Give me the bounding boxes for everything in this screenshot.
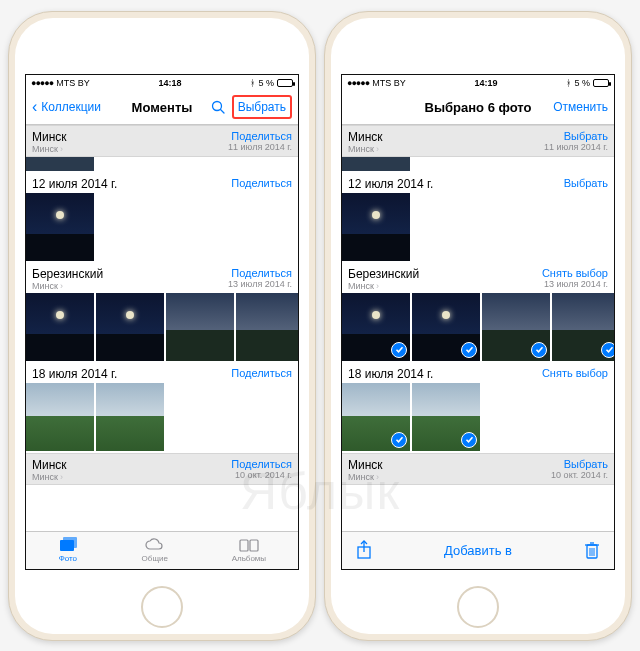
- thumb-row: [26, 293, 298, 363]
- photo-thumb[interactable]: [342, 157, 410, 171]
- section-title: 12 июля 2014 г.: [348, 177, 433, 191]
- section-subtitle: Минск: [348, 281, 374, 291]
- iphone-right: ●●●●● MTS BY 14:19 ᚼ 5 % Выбрано 6 фото …: [324, 11, 632, 641]
- section-subtitle: Минск: [32, 472, 58, 482]
- photo-thumb[interactable]: [26, 193, 94, 261]
- section-title: Минск: [348, 130, 383, 144]
- section-header: Минск Минск› Поделиться 11 июля 2014 г.: [26, 125, 298, 157]
- share-link[interactable]: Поделиться: [231, 177, 292, 189]
- photo-thumb[interactable]: [26, 293, 94, 361]
- section-title: 18 июля 2014 г.: [32, 367, 117, 381]
- photo-thumb-selected[interactable]: [412, 293, 480, 361]
- section-title: Березинский: [348, 267, 419, 281]
- back-chevron-icon[interactable]: ‹: [32, 98, 37, 116]
- cloud-icon: [144, 537, 166, 553]
- deselect-group-link[interactable]: Снять выбор: [542, 367, 608, 379]
- section-header: Минск Минск› Выбрать 11 июля 2014 г.: [342, 125, 614, 157]
- select-group-link[interactable]: Выбрать: [564, 458, 608, 470]
- section-date: 11 июля 2014 г.: [544, 142, 608, 152]
- tab-label: Фото: [59, 554, 77, 563]
- photo-thumb[interactable]: [166, 293, 234, 361]
- deselect-group-link[interactable]: Снять выбор: [542, 267, 608, 279]
- section-header: 12 июля 2014 г. Поделиться: [26, 173, 298, 193]
- thumb-row: [26, 383, 298, 453]
- photo-thumb-selected[interactable]: [482, 293, 550, 361]
- tab-label: Альбомы: [232, 554, 266, 563]
- section-date: 10 окт. 2014 г.: [235, 470, 292, 480]
- check-icon: [461, 342, 477, 358]
- section-header: 12 июля 2014 г. Выбрать: [342, 173, 614, 193]
- section-title: Березинский: [32, 267, 103, 281]
- status-bar: ●●●●● MTS BY 14:19 ᚼ 5 %: [342, 75, 614, 91]
- section-title: 18 июля 2014 г.: [348, 367, 433, 381]
- moments-list[interactable]: Минск Минск› Поделиться 11 июля 2014 г. …: [26, 125, 298, 531]
- signal-icon: ●●●●●: [31, 78, 53, 88]
- section-subtitle: Минск: [32, 281, 58, 291]
- section-date: 11 июля 2014 г.: [228, 142, 292, 152]
- thumb-row: [26, 193, 298, 263]
- check-icon: [391, 342, 407, 358]
- section-date: 13 июля 2014 г.: [544, 279, 608, 289]
- photo-thumb[interactable]: [342, 193, 410, 261]
- photo-thumb[interactable]: [26, 383, 94, 451]
- home-button[interactable]: [457, 586, 499, 628]
- photo-thumb[interactable]: [236, 293, 298, 361]
- select-group-link[interactable]: Выбрать: [564, 130, 608, 142]
- bottom-toolbar: Добавить в: [342, 531, 614, 569]
- nav-bar: Выбрано 6 фото Отменить: [342, 91, 614, 125]
- photo-thumb-selected[interactable]: [342, 293, 410, 361]
- search-icon[interactable]: [211, 100, 226, 115]
- section-title: Минск: [32, 130, 67, 144]
- photo-thumb-selected[interactable]: [552, 293, 614, 361]
- cancel-button[interactable]: Отменить: [553, 100, 608, 114]
- photos-icon: [58, 537, 78, 553]
- iphone-left: ●●●●● MTS BY 14:18 ᚼ 5 % ‹ Коллекции Мом…: [8, 11, 316, 641]
- photo-thumb-selected[interactable]: [412, 383, 480, 451]
- trash-icon[interactable]: [584, 540, 600, 560]
- section-header: Минск Минск› Поделиться 10 окт. 2014 г.: [26, 453, 298, 485]
- back-button[interactable]: Коллекции: [41, 100, 101, 114]
- section-subtitle: Минск: [32, 144, 58, 154]
- moments-list[interactable]: Минск Минск› Выбрать 11 июля 2014 г. 12 …: [342, 125, 614, 531]
- bluetooth-icon: ᚼ: [566, 78, 571, 88]
- share-link[interactable]: Поделиться: [231, 458, 292, 470]
- share-link[interactable]: Поделиться: [231, 267, 292, 279]
- add-to-button[interactable]: Добавить в: [444, 543, 512, 558]
- section-title: Минск: [32, 458, 67, 472]
- select-group-link[interactable]: Выбрать: [564, 177, 608, 189]
- photo-thumb[interactable]: [96, 293, 164, 361]
- chevron-right-icon: ›: [376, 472, 379, 482]
- carrier-label: MTS BY: [56, 78, 90, 88]
- battery-percent: 5 %: [574, 78, 590, 88]
- share-link[interactable]: Поделиться: [231, 130, 292, 142]
- photo-thumb-selected[interactable]: [342, 383, 410, 451]
- thumb-row: [342, 157, 614, 173]
- svg-line-1: [220, 109, 224, 113]
- photo-thumb[interactable]: [26, 157, 94, 171]
- select-button[interactable]: Выбрать: [232, 95, 292, 119]
- chevron-right-icon: ›: [60, 281, 63, 291]
- share-icon[interactable]: [356, 540, 372, 560]
- albums-icon: [239, 537, 259, 553]
- chevron-right-icon: ›: [60, 144, 63, 154]
- section-header: Березинский Минск› Поделиться 13 июля 20…: [26, 263, 298, 293]
- tab-photos[interactable]: Фото: [58, 537, 78, 563]
- chevron-right-icon: ›: [60, 472, 63, 482]
- chevron-right-icon: ›: [376, 281, 379, 291]
- chevron-right-icon: ›: [376, 144, 379, 154]
- svg-rect-4: [240, 540, 248, 551]
- check-icon: [391, 432, 407, 448]
- section-title: 12 июля 2014 г.: [32, 177, 117, 191]
- nav-bar: ‹ Коллекции Моменты Выбрать: [26, 91, 298, 125]
- check-icon: [461, 432, 477, 448]
- section-header: Минск Минск› Выбрать 10 окт. 2014 г.: [342, 453, 614, 485]
- photo-thumb[interactable]: [96, 383, 164, 451]
- tab-albums[interactable]: Альбомы: [232, 537, 266, 563]
- status-time: 14:18: [93, 78, 248, 88]
- battery-icon: [593, 79, 609, 87]
- tab-shared[interactable]: Общие: [142, 537, 168, 563]
- share-link[interactable]: Поделиться: [231, 367, 292, 379]
- home-button[interactable]: [141, 586, 183, 628]
- signal-icon: ●●●●●: [347, 78, 369, 88]
- section-header: Березинский Минск› Снять выбор 13 июля 2…: [342, 263, 614, 293]
